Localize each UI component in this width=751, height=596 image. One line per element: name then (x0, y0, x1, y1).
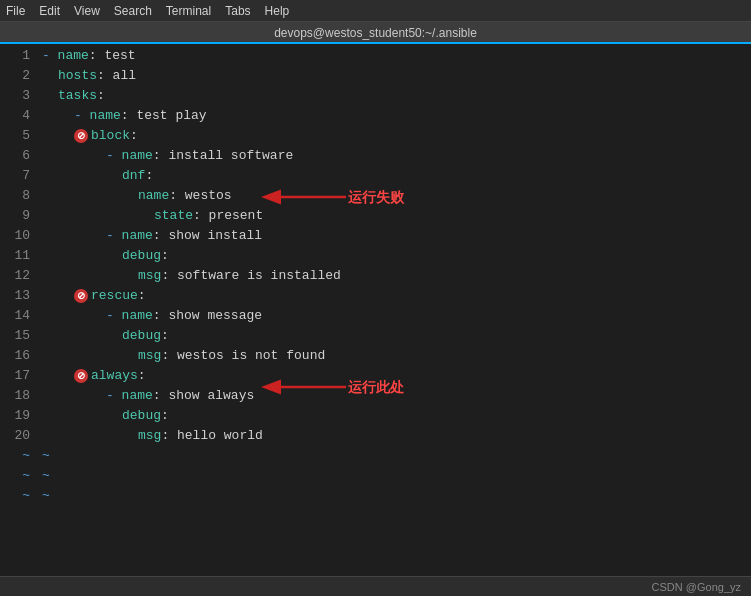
error-icon-13: ⊘ (74, 289, 88, 303)
tilde-line-3: ~ (42, 486, 751, 506)
ln-10: 10 (0, 226, 30, 246)
statusbar: CSDN @Gong_yz (0, 576, 751, 596)
menu-edit[interactable]: Edit (39, 4, 60, 18)
ln-1: 1 (0, 46, 30, 66)
code-line-17: ⊘always: (42, 366, 751, 386)
code-line-6: - name: install software (42, 146, 751, 166)
ln-20: 20 (0, 426, 30, 446)
tilde-line-1: ~ (42, 446, 751, 466)
titlebar-text: devops@westos_student50:~/.ansible (274, 26, 477, 40)
code-line-13: ⊘rescue: (42, 286, 751, 306)
statusbar-text: CSDN @Gong_yz (652, 581, 741, 593)
titlebar: devops@westos_student50:~/.ansible (0, 22, 751, 44)
menu-terminal[interactable]: Terminal (166, 4, 211, 18)
code-line-12: msg: software is installed (42, 266, 751, 286)
ln-13: 13 (0, 286, 30, 306)
code-line-14: - name: show message (42, 306, 751, 326)
ln-t3: ~ (0, 486, 30, 506)
ln-t2: ~ (0, 466, 30, 486)
code-area: - name: test hosts: all tasks: - name: t… (38, 44, 751, 576)
menu-help[interactable]: Help (265, 4, 290, 18)
editor: 1 2 3 4 5 6 7 8 9 10 11 12 13 14 15 16 1… (0, 44, 751, 576)
ln-14: 14 (0, 306, 30, 326)
ln-19: 19 (0, 406, 30, 426)
ln-3: 3 (0, 86, 30, 106)
code-line-1: - name: test (42, 46, 751, 66)
ln-6: 6 (0, 146, 30, 166)
error-icon-5: ⊘ (74, 129, 88, 143)
ln-8: 8 (0, 186, 30, 206)
ln-12: 12 (0, 266, 30, 286)
ln-4: 4 (0, 106, 30, 126)
code-line-5: ⊘block: (42, 126, 751, 146)
code-line-16: msg: westos is not found (42, 346, 751, 366)
menu-file[interactable]: File (6, 4, 25, 18)
menu-view[interactable]: View (74, 4, 100, 18)
ln-18: 18 (0, 386, 30, 406)
ln-7: 7 (0, 166, 30, 186)
ln-t1: ~ (0, 446, 30, 466)
code-line-4: - name: test play (42, 106, 751, 126)
code-line-8: name: westos (42, 186, 751, 206)
code-line-9: state: present (42, 206, 751, 226)
menu-search[interactable]: Search (114, 4, 152, 18)
error-icon-17: ⊘ (74, 369, 88, 383)
code-line-7: dnf: (42, 166, 751, 186)
code-line-18: - name: show always (42, 386, 751, 406)
code-line-3: tasks: (42, 86, 751, 106)
line-numbers: 1 2 3 4 5 6 7 8 9 10 11 12 13 14 15 16 1… (0, 44, 38, 576)
ln-9: 9 (0, 206, 30, 226)
code-line-20: msg: hello world (42, 426, 751, 446)
ln-15: 15 (0, 326, 30, 346)
code-line-11: debug: (42, 246, 751, 266)
ln-16: 16 (0, 346, 30, 366)
code-line-15: debug: (42, 326, 751, 346)
code-line-2: hosts: all (42, 66, 751, 86)
tilde-line-2: ~ (42, 466, 751, 486)
menu-tabs[interactable]: Tabs (225, 4, 250, 18)
code-line-10: - name: show install (42, 226, 751, 246)
menubar: File Edit View Search Terminal Tabs Help (0, 0, 751, 22)
ln-5: 5 (0, 126, 30, 146)
ln-17: 17 (0, 366, 30, 386)
ln-2: 2 (0, 66, 30, 86)
code-line-19: debug: (42, 406, 751, 426)
ln-11: 11 (0, 246, 30, 266)
